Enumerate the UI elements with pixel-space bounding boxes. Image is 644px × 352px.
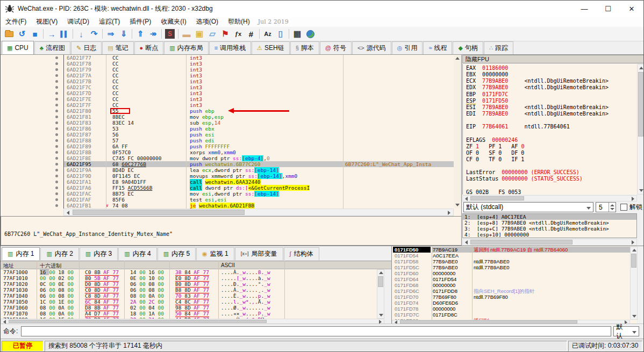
disasm-row[interactable]: 6AD21F7CCCint3 — [1, 84, 454, 90]
stop-icon[interactable]: ■ — [28, 28, 41, 40]
stack-vscrollbar[interactable] — [630, 247, 638, 320]
registers-vscrollbar[interactable] — [637, 64, 644, 195]
breakpoint-dot-icon[interactable] — [55, 92, 58, 95]
menu-item[interactable]: 调试(D) — [62, 17, 94, 27]
breakpoint-dot-icon[interactable] — [55, 139, 58, 142]
breakpoint-dot-icon[interactable] — [55, 145, 58, 148]
register-line[interactable]: EDI 77B9ABE0 <ntdll.DbgUiRemoteBreakin> — [466, 111, 637, 117]
pause-icon[interactable]: ▌▌ — [58, 28, 71, 40]
disasm-row[interactable]: 6AD21F7BCCint3 — [1, 78, 454, 84]
register-line[interactable]: EBX 00000000 — [466, 71, 637, 78]
dump-tab-内存 1[interactable]: ▥内存 1 — [2, 247, 40, 260]
run-icon[interactable]: → — [45, 28, 58, 40]
run-until-return-icon[interactable]: ⇑ — [134, 28, 147, 40]
menu-item[interactable]: 追踪(T) — [94, 17, 125, 27]
globe-icon[interactable] — [304, 28, 317, 40]
dump-row[interactable]: 77AF101000 00 02 0080 5B AF 770E 00 10 0… — [1, 275, 377, 281]
stack-row[interactable]: 0171FD640171FD54 — [392, 276, 637, 282]
breakpoint-dot-icon[interactable] — [55, 127, 58, 130]
breakpoint-dot-icon[interactable] — [55, 169, 58, 171]
tab-SEH链[interactable]: ⚠SEH链 — [252, 41, 290, 54]
register-line[interactable]: ECX 77B9ABE0 <ntdll.DbgUiRemoteBreakin> — [466, 78, 637, 84]
breakpoint-dot-icon[interactable] — [55, 163, 58, 166]
argument-row[interactable]: 3: [esp+C] 77B9ABE0 <ntdll.DbgUiRemoteBr… — [463, 226, 636, 232]
register-line[interactable]: ESP 0171FD50 — [466, 98, 637, 104]
register-line[interactable]: EFLAGS 00000246 — [466, 137, 637, 143]
menu-item[interactable]: 帮助(H) — [223, 17, 255, 27]
step-out-icon[interactable]: ⇓ — [117, 28, 130, 40]
disasm-row[interactable]: 6AD21FAC8B75 ECmov esi,dword ptr ss:[ebp… — [1, 191, 454, 197]
register-line[interactable]: ESI 77B9ABE0 <ntdll.DbgUiRemoteBreakin> — [466, 104, 637, 111]
step-into-icon[interactable]: ↓ — [75, 28, 88, 40]
dump-row[interactable]: 77AF10501C 00 1E 006C 84 AF 772A 00 2C 0… — [1, 299, 377, 305]
tab-流程图[interactable]: ♣流程图 — [34, 41, 70, 54]
breakpoint-dot-icon[interactable] — [55, 74, 58, 77]
register-line[interactable]: OF 0 SF 0 DF 0 — [466, 150, 637, 156]
dump-tab-结构体[interactable]: ∫结构体 — [284, 247, 319, 260]
disasm-row[interactable]: 6AD21F78CCint3 — [1, 61, 454, 67]
dump-row[interactable]: 77AF106008 00 0A 00D8 8B AF 7702 00 04 0… — [1, 305, 377, 311]
arguments-list[interactable]: 1: [esp+4] A0C17EEA2: [esp+8] 77B9ABE0 <… — [462, 213, 637, 238]
disassembly-rows[interactable]: 6AD21F77CCint36AD21F78CCint36AD21F79CCin… — [1, 55, 454, 209]
stack-row[interactable]: 0171FD7C0171FD8C — [392, 312, 637, 318]
argument-row[interactable]: 1: [esp+4] A0C17EEA — [463, 214, 636, 220]
open-file-icon[interactable] — [3, 28, 16, 40]
menu-item[interactable]: 收藏夹(I) — [156, 17, 191, 27]
menu-item[interactable]: 选项(O) — [191, 17, 223, 27]
strings-icon[interactable]: Az — [261, 28, 274, 40]
stack-row[interactable]: 0171FD7077B69F80ntdll.77B69F80 — [392, 294, 637, 300]
labels-icon[interactable]: ▱ — [206, 28, 219, 40]
breakpoint-dot-icon[interactable] — [55, 181, 58, 183]
calling-convention-select[interactable]: 默认 (stdcall) — [463, 202, 593, 212]
tab-断点[interactable]: ●断点 — [134, 41, 164, 54]
register-line[interactable] — [466, 163, 637, 169]
scylla-icon[interactable]: S — [163, 28, 176, 40]
dump-tab-监视 1[interactable]: ◉监视 1 — [196, 247, 234, 260]
tab-引用[interactable]: ◎引用 — [392, 41, 423, 54]
tab-符号[interactable]: @符号 — [320, 41, 352, 54]
stack-row[interactable]: 0171FD5877B9ABE0ntdll.77B9ABE0 — [392, 258, 637, 264]
stack-row[interactable]: 0171FD7800000000 — [392, 306, 637, 312]
disasm-row[interactable]: 6AD21F7DCCint3 — [1, 90, 454, 96]
tab-源代码[interactable]: <>源代码 — [352, 41, 391, 54]
breakpoint-dot-icon[interactable] — [55, 175, 58, 177]
register-line[interactable]: LastStatus 00000000 (STATUS_SUCCESS) — [466, 176, 637, 182]
breakpoint-dot-icon[interactable] — [55, 98, 58, 100]
bookmarks-icon[interactable]: ⚑ — [219, 28, 232, 40]
stack-row[interactable]: 0171FD6C0171FDD8指向SEH_Record[1]的指针 — [392, 288, 637, 294]
disasm-row[interactable]: 6AD21F77CCint3 — [1, 55, 454, 61]
comments-icon[interactable]: ▣ — [193, 28, 206, 40]
register-line[interactable]: ZF 1 PF 1 AF 0 — [466, 143, 637, 150]
breakpoint-dot-icon[interactable] — [55, 86, 58, 89]
breakpoint-dot-icon[interactable] — [55, 186, 58, 189]
disasm-row[interactable]: 6AD21F8383EC 14sub esp,14 — [1, 120, 454, 126]
disasm-row[interactable]: 6AD21F9A8D4D EClea ecx,dword ptr ss:[ebp… — [1, 167, 454, 173]
unlock-checkbox[interactable] — [620, 204, 627, 211]
disasm-row[interactable]: 6AD21F8756push esi — [1, 132, 454, 138]
breakpoint-dot-icon[interactable] — [55, 80, 58, 83]
register-line[interactable]: LastError 00000000 (ERROR_SUCCESS) — [466, 169, 637, 176]
restart-icon[interactable]: ↺ — [16, 28, 28, 40]
tab-脚本[interactable]: §脚本 — [290, 41, 319, 54]
hide-fpu-button[interactable]: 隐藏FPU — [462, 55, 644, 63]
stack-row[interactable]: 0171FD6800000000 — [392, 282, 637, 288]
breakpoint-dot-icon[interactable] — [55, 192, 58, 195]
tab-调用堆栈[interactable]: ≡调用堆栈 — [209, 41, 251, 54]
dump-tab-局部变量[interactable]: [x=]局部变量 — [235, 247, 283, 260]
tab-笔记[interactable]: ▤笔记 — [102, 41, 133, 54]
disasm-row[interactable]: 6AD21F79CCint3 — [1, 67, 454, 73]
disasm-row[interactable]: 6AD21F7ECCint3 — [1, 96, 454, 102]
register-line[interactable]: GS 002B FS 0053 — [466, 189, 637, 195]
argument-row[interactable]: 2: [esp+8] 77B9ABE0 <ntdll.DbgUiRemoteBr… — [463, 220, 636, 226]
breakpoint-dot-icon[interactable] — [55, 198, 58, 201]
breakpoint-dot-icon[interactable] — [55, 121, 58, 124]
dump-row[interactable]: 77AF107008 00 0A 00A4 D7 AF 7718 00 1A 0… — [1, 311, 377, 317]
step-over-icon[interactable]: ↷ — [88, 28, 101, 40]
breakpoint-dot-icon[interactable] — [55, 110, 58, 112]
command-input[interactable] — [21, 326, 611, 336]
tab-线程[interactable]: ≈线程 — [423, 41, 452, 54]
disasm-hscrollbar[interactable] — [63, 209, 454, 216]
disasm-row[interactable]: 6AD21F818BECmov ebp,esp — [1, 114, 454, 120]
stack-row[interactable]: 0171FD6000000000 — [392, 270, 637, 276]
disasm-row[interactable]: 6AD21F896A FFpush FFFFFFFF — [1, 143, 454, 149]
